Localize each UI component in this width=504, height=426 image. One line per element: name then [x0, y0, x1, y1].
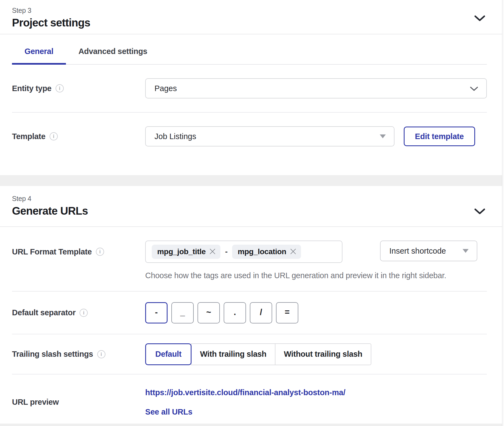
url-format-input[interactable]: mpg_job_title - mpg_locat	[145, 241, 342, 263]
url-format-label: URL Format Template	[12, 247, 92, 256]
separator-option-underscore[interactable]: _	[171, 302, 194, 323]
triangle-down-icon	[463, 249, 469, 253]
collapse-generate-urls-button[interactable]	[472, 206, 488, 218]
project-settings-heading: Step 3 Project settings	[12, 7, 90, 29]
separator-option-dot[interactable]: .	[224, 302, 246, 323]
x-icon	[290, 248, 296, 255]
separator-option-tilde[interactable]: ~	[198, 302, 220, 323]
triangle-down-icon	[380, 134, 386, 138]
default-separator-label: Default separator	[12, 308, 75, 317]
project-settings-header: Step 3 Project settings	[0, 0, 502, 34]
segment-without-trailing-slash[interactable]: Without trailing slash	[275, 343, 371, 365]
section-title: Project settings	[12, 17, 90, 29]
separator-option-slash[interactable]: /	[250, 302, 272, 323]
url-format-info-icon[interactable]: i	[96, 248, 104, 256]
url-tag-label: mpg_location	[238, 247, 286, 256]
template-row: Template i Job Listings Edit template	[0, 113, 502, 160]
separator-option-group: - _ ~ . / =	[145, 302, 487, 323]
trailing-slash-label: Trailing slash settings	[12, 350, 93, 359]
x-icon	[210, 248, 215, 255]
url-format-helper-text: Choose how the tags are used in the URL …	[145, 271, 487, 280]
default-separator-row: Default separator i - _ ~ . / =	[0, 292, 502, 334]
remove-tag-button[interactable]	[290, 248, 297, 256]
see-all-urls-link[interactable]: See all URLs	[145, 407, 192, 416]
url-preview-link[interactable]: https://job.vertisite.cloud/financial-an…	[145, 388, 345, 397]
url-format-row: URL Format Template i mpg_job_title	[0, 227, 502, 291]
url-preview-row: URL preview https://job.vertisite.cloud/…	[0, 374, 502, 426]
chevron-down-icon	[470, 84, 478, 93]
scrollbar-track[interactable]	[502, 0, 504, 426]
settings-page: Step 3 Project settings General Advanced…	[0, 0, 502, 424]
template-info-icon[interactable]: i	[50, 132, 58, 140]
chevron-down-icon	[474, 211, 485, 215]
section-title: Generate URLs	[12, 205, 88, 217]
default-separator-info-icon[interactable]: i	[80, 309, 88, 317]
project-settings-section: Step 3 Project settings General Advanced…	[0, 0, 502, 175]
step-label: Step 3	[12, 7, 90, 14]
edit-template-button[interactable]: Edit template	[404, 127, 475, 146]
trailing-slash-segment-group: Default With trailing slash Without trai…	[145, 343, 487, 365]
settings-tab-bar: General Advanced settings	[12, 47, 487, 65]
generate-urls-section: Step 4 Generate URLs URL Format Template…	[0, 186, 502, 424]
separator-option-equals[interactable]: =	[276, 302, 298, 323]
url-preview-label: URL preview	[12, 398, 59, 407]
trailing-slash-info-icon[interactable]: i	[97, 350, 105, 358]
tab-advanced-settings[interactable]: Advanced settings	[66, 47, 160, 64]
remove-tag-button[interactable]	[209, 248, 216, 256]
url-tag-job-title[interactable]: mpg_job_title	[152, 245, 220, 259]
entity-type-label: Entity type	[12, 84, 51, 93]
template-label: Template	[12, 132, 45, 141]
separator-option-hyphen[interactable]: -	[145, 302, 168, 323]
chevron-down-icon	[474, 18, 485, 22]
collapse-project-settings-button[interactable]	[472, 13, 488, 25]
tab-general[interactable]: General	[12, 47, 66, 64]
tag-separator-text: -	[225, 247, 227, 256]
insert-shortcode-value: Insert shortcode	[389, 247, 446, 256]
url-tag-location[interactable]: mpg_location	[232, 245, 301, 259]
generate-urls-heading: Step 4 Generate URLs	[12, 195, 88, 217]
entity-type-row: Entity type i Pages	[0, 65, 502, 112]
segment-default[interactable]: Default	[145, 343, 192, 365]
entity-type-select[interactable]: Pages	[145, 78, 487, 98]
insert-shortcode-select[interactable]: Insert shortcode	[380, 241, 477, 261]
template-value: Job Listings	[154, 132, 196, 141]
entity-type-value: Pages	[154, 84, 177, 93]
url-tag-label: mpg_job_title	[157, 247, 206, 256]
segment-with-trailing-slash[interactable]: With trailing slash	[191, 343, 275, 365]
trailing-slash-row: Trailing slash settings i Default With t…	[0, 334, 502, 374]
step-label: Step 4	[12, 195, 88, 203]
entity-type-info-icon[interactable]: i	[56, 84, 64, 92]
generate-urls-header: Step 4 Generate URLs	[0, 186, 502, 227]
template-select[interactable]: Job Listings	[145, 126, 394, 146]
